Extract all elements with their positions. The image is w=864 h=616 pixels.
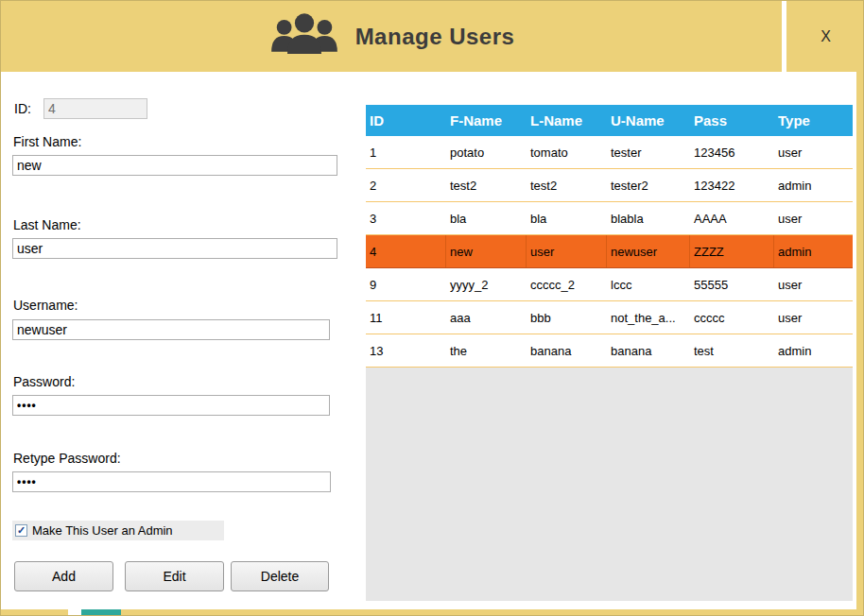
table-row[interactable]: 2 test2 test2 tester2 123422 admin — [366, 169, 853, 202]
table-row[interactable]: 11 aaa bbb not_the_a... ccccc user — [366, 301, 853, 334]
cell-type: admin — [774, 235, 853, 267]
close-button[interactable]: X — [786, 1, 864, 72]
table-row[interactable]: 3 bla bla blabla AAAA user — [366, 202, 853, 235]
cell-type: user — [774, 202, 853, 234]
cell-fname: test2 — [446, 169, 527, 201]
admin-checkbox-label: Make This User an Admin — [32, 523, 173, 538]
id-field — [43, 98, 147, 119]
username-field[interactable] — [12, 319, 330, 340]
cell-id: 9 — [366, 268, 446, 300]
last-name-label: Last Name: — [13, 217, 81, 232]
cell-pass: 123456 — [690, 136, 774, 168]
cell-type: user — [774, 301, 853, 334]
table-row[interactable]: 13 the banana banana test admin — [366, 334, 853, 368]
cell-pass: test — [690, 334, 774, 367]
manage-users-window: Manage Users X ID: First Name: Last Name… — [0, 0, 864, 616]
cell-fname: bla — [446, 202, 527, 234]
cell-fname: yyyy_2 — [446, 268, 527, 300]
cell-pass: 55555 — [690, 268, 774, 300]
column-header-id[interactable]: ID — [366, 105, 446, 136]
title-group: Manage Users — [1, 1, 784, 72]
cell-pass: AAAA — [690, 202, 774, 234]
admin-checkbox[interactable]: ✓ — [15, 524, 27, 537]
edit-button[interactable]: Edit — [125, 561, 224, 591]
cell-id: 2 — [366, 169, 446, 201]
cell-type: user — [774, 136, 853, 168]
cell-fname: aaa — [446, 301, 527, 334]
cell-uname: tester2 — [607, 169, 690, 201]
last-name-field[interactable] — [12, 238, 337, 259]
main-content: ID: First Name: Last Name: Username: Pas… — [1, 72, 856, 609]
table-row-selected[interactable]: 4 new user newuser ZZZZ admin — [366, 235, 853, 268]
cell-id: 13 — [366, 334, 446, 367]
window-bottom-border — [1, 609, 864, 616]
cell-pass: 123422 — [690, 169, 774, 201]
cell-lname: test2 — [527, 169, 607, 201]
cell-lname: banana — [527, 334, 607, 367]
first-name-field[interactable] — [12, 155, 337, 176]
cell-type: admin — [774, 334, 853, 367]
cell-uname: not_the_a... — [607, 301, 690, 334]
cell-lname: tomato — [527, 136, 607, 168]
password-field[interactable] — [12, 395, 330, 416]
cell-type: user — [774, 268, 853, 300]
cell-pass: ccccc — [690, 301, 774, 334]
table-row[interactable]: 9 yyyy_2 ccccc_2 lccc 55555 user — [366, 268, 853, 301]
cell-id: 11 — [366, 301, 446, 334]
column-header-pass[interactable]: Pass — [690, 105, 774, 136]
cell-pass: ZZZZ — [690, 235, 774, 267]
window-right-border — [856, 72, 864, 616]
cell-id: 3 — [366, 202, 446, 234]
add-button[interactable]: Add — [14, 561, 113, 591]
retype-password-field[interactable] — [12, 471, 331, 492]
users-table: ID F-Name L-Name U-Name Pass Type 1 pota… — [366, 105, 853, 601]
cell-uname: banana — [607, 334, 690, 367]
cell-uname: tester — [607, 136, 690, 168]
table-row[interactable]: 1 potato tomato tester 123456 user — [366, 136, 853, 169]
cell-lname: user — [527, 235, 607, 267]
cell-fname: the — [446, 334, 527, 367]
cell-uname: lccc — [607, 268, 690, 300]
users-group-icon — [270, 13, 338, 60]
users-table-header: ID F-Name L-Name U-Name Pass Type — [366, 105, 853, 136]
bottom-accent-white — [68, 609, 81, 616]
column-header-lname[interactable]: L-Name — [527, 105, 607, 136]
admin-checkbox-row: ✓ Make This User an Admin — [12, 521, 224, 540]
cell-type: admin — [774, 169, 853, 201]
cell-fname: new — [446, 235, 527, 267]
delete-button[interactable]: Delete — [231, 561, 329, 591]
id-label: ID: — [14, 101, 31, 116]
bottom-accent-teal — [81, 609, 121, 616]
password-label: Password: — [13, 374, 75, 389]
column-header-uname[interactable]: U-Name — [607, 105, 690, 136]
first-name-label: First Name: — [13, 134, 81, 149]
checkmark-icon: ✓ — [17, 525, 26, 536]
cell-lname: bbb — [527, 301, 607, 334]
column-header-fname[interactable]: F-Name — [446, 105, 527, 136]
cell-id: 1 — [366, 136, 446, 168]
cell-lname: bla — [527, 202, 607, 234]
cell-id: 4 — [366, 235, 446, 267]
cell-fname: potato — [446, 136, 527, 168]
column-header-type[interactable]: Type — [774, 105, 853, 136]
titlebar: Manage Users X — [1, 1, 864, 72]
page-title: Manage Users — [355, 24, 515, 50]
cell-uname: blabla — [607, 202, 690, 234]
cell-uname: newuser — [607, 235, 690, 267]
cell-lname: ccccc_2 — [527, 268, 607, 300]
retype-password-label: Retype Password: — [13, 451, 121, 466]
username-label: Username: — [13, 298, 78, 313]
